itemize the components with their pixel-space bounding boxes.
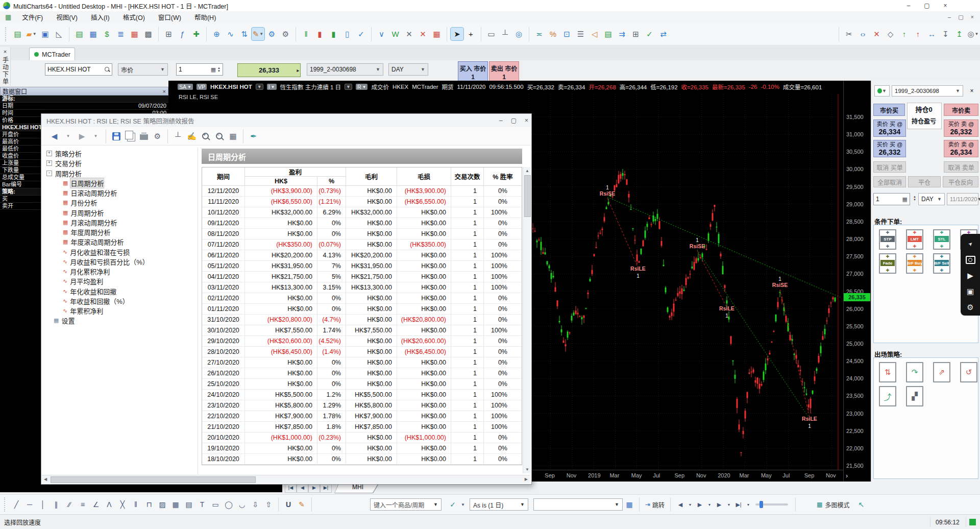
mdi-close-button[interactable]: ×	[971, 14, 974, 20]
tree-toggle-icon[interactable]: +	[46, 160, 52, 166]
order-stl[interactable]: ✚STL✚	[933, 229, 950, 250]
tree-item-15[interactable]: ∿年收益和回撤（%）	[63, 296, 129, 306]
playback-1[interactable]: ▶	[694, 498, 706, 511]
panel-quantity-input[interactable]: 1▦	[873, 193, 910, 205]
apply-check-icon[interactable]: ✓	[447, 498, 459, 511]
window-properties[interactable]: ⚙	[279, 28, 292, 40]
delete-object[interactable]: ✕	[870, 28, 883, 40]
horizontal-lines[interactable]: ≡	[77, 498, 89, 511]
menu-item-4[interactable]: 窗口(W)	[152, 11, 188, 23]
table-row[interactable]: 23/10/2020HK$5,800.001.29%HK$5,800.00HK$…	[202, 400, 522, 411]
table-row[interactable]: 01/11/2020HK$0.000%HK$0.00HK$0.0010%	[202, 304, 522, 315]
mini-chart[interactable]: ▤	[602, 28, 615, 40]
tree-item-5[interactable]: ▦月份分析	[63, 198, 97, 207]
crossline[interactable]: ╳	[116, 498, 129, 511]
tree-item-8[interactable]: ▦年度周期分析	[63, 227, 110, 237]
table-row[interactable]: 21/10/2020HK$7,850.001.8%HK$7,850.00HK$0…	[202, 422, 522, 432]
menu-item-5[interactable]: 帮助(H)	[188, 11, 223, 23]
table-row[interactable]: 19/10/2020HK$0.000%HK$0.00HK$0.0010%	[202, 443, 522, 454]
session-breaks[interactable]: ☰	[574, 28, 587, 40]
table-row[interactable]: 30/10/2020HK$7,550.001.74%HK$7,550.00HK$…	[202, 325, 522, 336]
save-workspace[interactable]: ▣	[39, 28, 52, 40]
market-sell-button[interactable]: 市价卖	[944, 104, 978, 116]
nav-back-menu[interactable]: ▼	[62, 130, 75, 142]
table-row[interactable]: 08/11/2020HK$0.000%HK$0.00HK$0.0010%	[202, 229, 522, 239]
table-row[interactable]: 31/10/2020(HK$20,800.00)(4.7%)HK$0.00(HK…	[202, 315, 522, 325]
pointer-mode[interactable]: ➤	[451, 28, 463, 40]
auto-arrange[interactable]: ⇉	[616, 28, 628, 40]
exit-strategy-5[interactable]: ⤴	[879, 386, 896, 406]
panel-date-combo[interactable]: 11/11/2020▼	[947, 193, 978, 205]
tree-item-2[interactable]: -周期分析	[46, 169, 82, 178]
table-row[interactable]: 03/11/2020HK$13,300.003.15%HK$13,300.00H…	[202, 282, 522, 293]
pattern-scanner[interactable]: ≍	[533, 28, 546, 40]
tree-item-14[interactable]: ∿年化收益和回撤	[63, 286, 116, 296]
table-row[interactable]: 24/10/2020HK$5,500.001.2%HK$5,500.00HK$0…	[202, 390, 522, 400]
camera-icon[interactable]	[966, 252, 975, 268]
workspace-style[interactable]: ▰▼	[25, 28, 38, 40]
drawing-pencil[interactable]: ✎▼	[252, 28, 264, 40]
flatten-reverse-button[interactable]: 平仓反向	[943, 176, 978, 187]
tree-item-16[interactable]: ∿年累积净利	[63, 306, 103, 316]
goto-input[interactable]: ▼	[533, 498, 623, 511]
table-row[interactable]: 22/10/2020HK$7,900.001.78%HK$7,900.00HK$…	[202, 411, 522, 422]
arrow-up-tool[interactable]: ⇧	[262, 498, 275, 511]
arc-tool[interactable]: ◡	[236, 498, 248, 511]
link-windows[interactable]: ⊡	[560, 28, 573, 40]
insert-arrow-marker[interactable]: ⇅	[238, 28, 251, 40]
rectangle-tool[interactable]: ▭	[209, 498, 222, 511]
tree-item-3[interactable]: ▦日周期分析	[63, 178, 104, 188]
mouse-pointer-tool[interactable]: ◺	[53, 28, 65, 40]
nav-back[interactable]: ◀	[48, 130, 61, 142]
restore-button[interactable]: ▢	[918, 1, 936, 11]
portfolio-window[interactable]: ▦	[128, 28, 141, 40]
cross-tool[interactable]: ✕	[403, 28, 415, 40]
order-type-combo[interactable]: 市价▼	[118, 63, 168, 76]
resolution-combo[interactable]: As is (1 日)▼	[470, 498, 528, 511]
insert-signal[interactable]: ∿	[224, 28, 237, 40]
playback-2[interactable]: ▶	[713, 498, 725, 511]
magnet-mode[interactable]: U	[282, 498, 295, 511]
add-window[interactable]: ⊞	[162, 28, 175, 40]
windows-layout[interactable]: ⊞	[629, 28, 642, 40]
close-button[interactable]: ×	[936, 1, 954, 11]
exit-strategy-1[interactable]: ⇅	[879, 362, 896, 382]
style-bars[interactable]: ‖	[300, 28, 312, 40]
calculator-grid[interactable]: ▤	[183, 498, 195, 511]
broker-status-button[interactable]: ▼	[874, 85, 890, 97]
zoom-out[interactable]: −	[213, 130, 226, 142]
trade-panel-close-icon[interactable]: ×	[966, 85, 977, 97]
table-row[interactable]: 07/11/2020(HK$350.00)(0.07%)HK$0.00(HK$3…	[202, 239, 522, 250]
playback-1-menu[interactable]: ▼	[707, 498, 712, 511]
mdi-restore-button[interactable]: ▢	[958, 14, 963, 20]
insert-symbol[interactable]: ✚	[190, 28, 203, 40]
chart-price-axis[interactable]: 31,50031,00030,50030,00029,50029,00028,5…	[843, 81, 871, 482]
gann-box[interactable]: ⊓	[143, 498, 155, 511]
cancel-sell-orders-button[interactable]: 取消 卖单	[944, 161, 978, 173]
arrow-down-tool[interactable]: ⇩	[249, 498, 261, 511]
price-cross-tool[interactable]: ✕	[416, 28, 429, 40]
nav-forward-menu[interactable]: ▼	[89, 130, 102, 142]
tree-item-0[interactable]: +策略分析	[46, 149, 82, 158]
far-cursor-icon[interactable]: ↖	[855, 498, 867, 511]
table-row[interactable]: 26/10/2020HK$0.000%HK$0.00HK$0.0010%	[202, 368, 522, 379]
apply-check-menu[interactable]: ▼	[460, 498, 466, 511]
panel-tif-combo[interactable]: DAY▼	[918, 193, 945, 205]
cut-tool[interactable]: ✂	[843, 28, 855, 40]
playback-2-menu[interactable]: ▼	[726, 498, 731, 511]
tree-item-10[interactable]: ∿月化收益和潜在亏损	[63, 247, 130, 257]
table-row[interactable]: 27/10/2020HK$0.000%HK$0.00HK$0.0010%	[202, 357, 522, 368]
cancel-buy-orders-button[interactable]: 取消 买单	[873, 161, 906, 173]
table-row[interactable]: 09/11/2020HK$0.000%HK$0.00HK$0.0010%	[202, 218, 522, 229]
market-matrix[interactable]: ▩	[142, 28, 155, 40]
alerts[interactable]: ◁	[588, 28, 601, 40]
style-candle-hollow[interactable]: ▯	[341, 28, 354, 40]
gear-icon[interactable]: ⚙	[967, 299, 973, 315]
tick-grid[interactable]: ▦	[430, 28, 443, 40]
video-icon[interactable]: ▶	[967, 268, 973, 283]
format-objects[interactable]: ‹›	[856, 28, 869, 40]
playback-3-menu[interactable]: ▼	[746, 498, 751, 511]
side-tab-close-icon[interactable]: ×	[4, 49, 7, 55]
trendline[interactable]: ╱	[10, 498, 22, 511]
buy-at-ask-button[interactable]: 卖价 买 @26,334	[873, 119, 906, 137]
